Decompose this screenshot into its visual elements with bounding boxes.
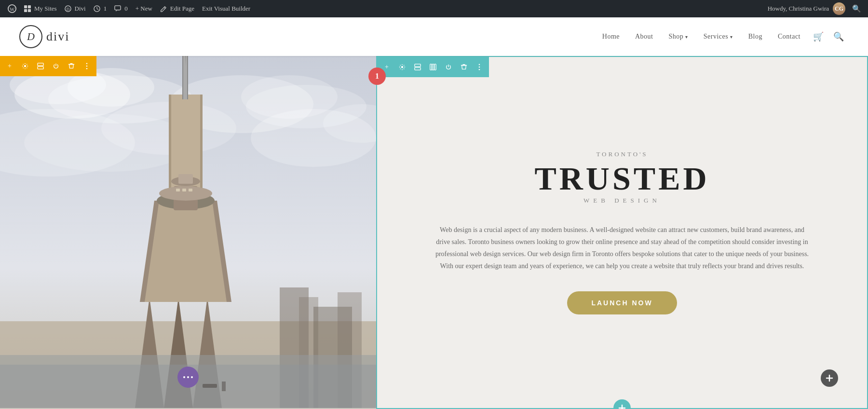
svg-rect-5 <box>28 9 31 12</box>
nav-services[interactable]: Services ▾ <box>696 17 741 56</box>
svg-rect-9 <box>115 6 121 10</box>
more-options-btn[interactable] <box>80 59 94 73</box>
nav-search-icon[interactable]: 🔍 <box>828 31 849 42</box>
power-btn[interactable] <box>49 59 63 73</box>
trash-btn[interactable] <box>65 59 78 73</box>
hero-subtitle2: WEB DESIGN <box>583 197 661 204</box>
edit-page-btn[interactable]: Edit Page <box>156 0 198 17</box>
cn-tower-image <box>0 56 376 409</box>
row-number-badge: 1 <box>368 68 386 85</box>
svg-rect-2 <box>24 5 27 8</box>
svg-point-62 <box>479 69 480 70</box>
main-content: + + <box>0 56 868 409</box>
admin-bar-right: Howdy, Christina Gwira CG 🔍 <box>768 2 864 15</box>
shop-caret: ▾ <box>685 34 688 40</box>
nav-bar: D divi Home About Shop ▾ Services ▾ Blog… <box>0 17 868 56</box>
svg-rect-43 <box>203 384 217 388</box>
nav-home[interactable]: Home <box>595 17 627 56</box>
svg-rect-34 <box>189 189 192 191</box>
svg-rect-57 <box>430 64 432 70</box>
nav-blog[interactable]: Blog <box>741 17 770 56</box>
avatar[interactable]: CG <box>833 2 845 15</box>
left-panel: + <box>0 56 376 409</box>
svg-rect-4 <box>24 9 27 12</box>
hero-title: TRUSTED <box>534 162 709 195</box>
svg-point-52 <box>187 376 189 378</box>
layout-btn[interactable] <box>34 59 47 73</box>
svg-point-48 <box>86 63 88 64</box>
svg-rect-47 <box>38 67 43 69</box>
admin-bar: W My Sites D Divi 1 0 + New Edit Page Ex… <box>0 0 868 17</box>
hero-subtitle: TORONTO'S <box>596 150 648 158</box>
right-layout-btn[interactable] <box>411 60 424 74</box>
svg-point-60 <box>479 64 480 65</box>
right-settings-btn[interactable] <box>395 60 409 74</box>
add-row-button[interactable] <box>821 369 838 387</box>
updates-menu[interactable]: 1 <box>90 0 111 17</box>
svg-point-53 <box>191 376 193 378</box>
right-section-toolbar: + <box>377 57 489 77</box>
svg-text:W: W <box>10 6 15 12</box>
hero-body: Web design is a crucial aspect of any mo… <box>434 224 810 273</box>
nav-shop[interactable]: Shop ▾ <box>661 17 695 56</box>
svg-point-45 <box>24 65 26 67</box>
svg-point-54 <box>401 66 403 68</box>
launch-now-button[interactable]: LAUNCH NOW <box>567 291 677 314</box>
wp-logo-icon[interactable]: W <box>4 0 20 17</box>
exit-visual-builder-btn[interactable]: Exit Visual Builder <box>198 0 254 17</box>
add-section-button[interactable] <box>613 399 631 409</box>
greeting-text: Howdy, Christina Gwira <box>768 5 829 13</box>
svg-rect-30 <box>183 56 187 99</box>
divi-menu[interactable]: D Divi <box>61 0 90 17</box>
left-section-toolbar: + <box>0 56 96 76</box>
svg-point-28 <box>159 186 212 201</box>
svg-rect-32 <box>176 189 180 191</box>
my-sites-menu[interactable]: My Sites <box>20 0 61 17</box>
admin-search-icon[interactable]: 🔍 <box>849 4 864 13</box>
right-more-btn[interactable] <box>473 60 486 74</box>
row-options-btn[interactable] <box>177 367 199 388</box>
svg-rect-55 <box>415 64 420 67</box>
svg-rect-36 <box>178 174 193 184</box>
comments-menu[interactable]: 0 <box>110 0 132 17</box>
right-power-btn[interactable] <box>442 60 455 74</box>
svg-rect-3 <box>28 5 31 8</box>
cart-icon[interactable]: 🛒 <box>808 31 828 42</box>
svg-text:D: D <box>66 7 69 12</box>
nav-about[interactable]: About <box>627 17 661 56</box>
add-module-btn[interactable]: + <box>3 59 16 73</box>
svg-point-49 <box>86 66 88 67</box>
logo[interactable]: D divi <box>19 25 69 48</box>
svg-rect-59 <box>434 64 436 70</box>
svg-marker-23 <box>145 201 227 302</box>
logo-icon: D <box>19 25 42 48</box>
new-menu[interactable]: + New <box>132 0 156 17</box>
svg-point-61 <box>479 67 480 68</box>
settings-btn[interactable] <box>18 59 32 73</box>
svg-rect-56 <box>415 68 420 70</box>
svg-rect-46 <box>38 63 43 66</box>
main-nav: Home About Shop ▾ Services ▾ Blog Contac… <box>595 17 849 56</box>
svg-rect-33 <box>182 189 186 191</box>
logo-text: divi <box>46 29 69 44</box>
svg-point-51 <box>183 376 185 378</box>
right-trash-btn[interactable] <box>457 60 471 74</box>
right-panel: + 1 TORONTO'S <box>376 56 868 409</box>
svg-point-50 <box>86 68 88 69</box>
right-columns-btn[interactable] <box>426 60 440 74</box>
services-caret: ▾ <box>730 34 733 40</box>
nav-contact[interactable]: Contact <box>770 17 808 56</box>
svg-rect-44 <box>222 382 226 391</box>
svg-rect-58 <box>432 64 434 70</box>
